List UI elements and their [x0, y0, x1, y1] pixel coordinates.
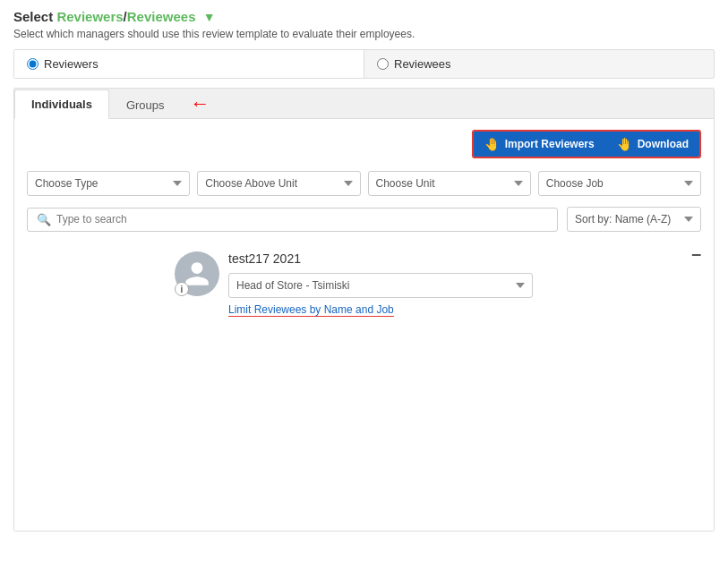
import-reviewers-button[interactable]: 🤚 Import Reviewers — [474, 132, 606, 157]
tab-groups[interactable]: Groups — [109, 90, 182, 119]
choose-job-select[interactable]: Choose Job — [538, 171, 701, 196]
radio-reviewers-input[interactable] — [27, 58, 39, 70]
radio-reviewees-input[interactable] — [377, 58, 389, 70]
download-label: Download — [638, 138, 689, 150]
radio-reviewers-label: Reviewers — [44, 57, 98, 71]
tab-content: 🤚 Import Reviewers 🤚 Download Choose Typ… — [14, 119, 714, 531]
page-container: Select Reviewers/Reviewees ▼ Select whic… — [0, 0, 728, 540]
tab-individuals-label: Individuals — [31, 98, 92, 111]
arrow-indicator: ← — [191, 94, 210, 114]
title-reviewers: Reviewers — [56, 9, 123, 24]
reviewer-name: test217 2021 — [228, 251, 533, 266]
reviewer-card: i test217 2021 Head of Store - Tsimiski … — [175, 244, 533, 324]
toolbar-wrapper: 🤚 Import Reviewers 🤚 Download — [472, 130, 701, 158]
download-button[interactable]: 🤚 Download — [606, 132, 699, 157]
import-label: Import Reviewers — [505, 138, 595, 150]
search-input[interactable] — [56, 213, 548, 225]
radio-bar: Reviewers Reviewees — [13, 49, 715, 79]
toolbar-row: 🤚 Import Reviewers 🤚 Download — [27, 130, 701, 158]
sort-select[interactable]: Sort by: Name (A-Z) — [567, 207, 701, 232]
reviewer-row: i test217 2021 Head of Store - Tsimiski … — [27, 244, 701, 324]
search-box: 🔍 — [27, 208, 558, 232]
choose-type-select[interactable]: Choose Type — [27, 171, 190, 196]
title-prefix: Select — [13, 9, 56, 24]
avatar-wrap: i — [175, 251, 219, 296]
remove-button[interactable]: ‒ — [691, 246, 701, 262]
tabs-row: Individuals Groups ← — [14, 89, 714, 119]
title-reviewees: Reviewees — [127, 9, 196, 24]
page-subtitle: Select which managers should use this re… — [13, 28, 715, 40]
radio-reviewees-label: Reviewees — [394, 57, 451, 71]
page-title: Select Reviewers/Reviewees ▼ — [13, 9, 715, 24]
tab-groups-label: Groups — [126, 98, 165, 112]
tab-individuals[interactable]: Individuals — [14, 89, 109, 119]
import-icon: 🤚 — [484, 137, 500, 151]
search-icon: 🔍 — [37, 213, 51, 226]
choose-unit-select[interactable]: Choose Unit — [368, 171, 531, 196]
info-icon[interactable]: i — [175, 282, 189, 296]
radio-reviewees[interactable]: Reviewees — [364, 50, 714, 78]
filters-row: Choose Type Choose Above Unit Choose Uni… — [27, 171, 701, 196]
radio-reviewers[interactable]: Reviewers — [14, 50, 364, 78]
search-sort-row: 🔍 Sort by: Name (A-Z) — [27, 207, 701, 232]
job-select[interactable]: Head of Store - Tsimiski — [228, 273, 533, 298]
download-icon: 🤚 — [617, 137, 632, 151]
choose-above-unit-select[interactable]: Choose Above Unit — [197, 171, 360, 196]
reviewer-info: test217 2021 Head of Store - Tsimiski Li… — [228, 251, 533, 317]
chevron-down-icon[interactable]: ▼ — [203, 10, 216, 24]
main-panel: Individuals Groups ← 🤚 Import Reviewers … — [13, 88, 715, 532]
limit-reviewees-link[interactable]: Limit Reviewees by Name and Job — [228, 303, 394, 317]
